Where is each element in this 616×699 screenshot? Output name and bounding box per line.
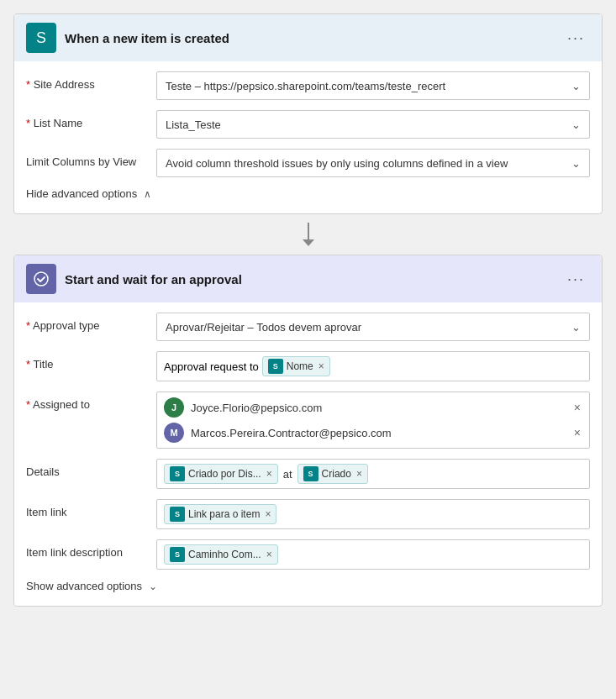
trigger-header-left: S When a new item is created bbox=[26, 23, 229, 53]
connector-arrow-icon bbox=[303, 239, 314, 246]
item-link-desc-token: S Caminho Com... × bbox=[164, 544, 278, 565]
assignee-row-joyce: J Joyce.Florio@pepsico.com × bbox=[164, 397, 582, 418]
limit-columns-arrow-icon: ⌄ bbox=[571, 157, 581, 170]
details-token-remove-1[interactable]: × bbox=[266, 468, 272, 480]
item-link-token-remove[interactable]: × bbox=[265, 508, 271, 520]
approval-checkmark-icon bbox=[33, 271, 50, 287]
item-link-label: Item link bbox=[26, 499, 156, 518]
approval-header-left: Start and wait for an approval bbox=[26, 264, 242, 294]
trigger-card: S When a new item is created ··· * Site … bbox=[13, 13, 603, 214]
assignee-row-marcos: M Marcos.Pereira.Contractor@pepsico.com … bbox=[164, 423, 582, 443]
remove-marcos-button[interactable]: × bbox=[572, 426, 582, 439]
approval-type-label: * Approval type bbox=[26, 313, 156, 332]
avatar-marcos: M bbox=[164, 423, 184, 443]
site-address-dropdown[interactable]: Teste – https://pepsico.sharepoint.com/t… bbox=[156, 71, 590, 100]
item-link-desc-token-icon: S bbox=[170, 547, 185, 562]
item-link-desc-label: Item link description bbox=[26, 539, 156, 559]
item-link-desc-token-field[interactable]: S Caminho Com... × bbox=[156, 539, 590, 570]
limit-columns-dropdown[interactable]: Avoid column threshold issues by only us… bbox=[156, 149, 590, 177]
sharepoint-icon: S bbox=[26, 23, 56, 53]
approval-type-control[interactable]: Aprovar/Rejeitar – Todos devem aprovar ⌄ bbox=[156, 313, 590, 341]
approval-type-dropdown[interactable]: Aprovar/Rejeitar – Todos devem aprovar ⌄ bbox=[156, 313, 590, 341]
limit-columns-label: Limit Columns by View bbox=[26, 149, 156, 168]
list-name-arrow-icon: ⌄ bbox=[571, 118, 581, 131]
approval-title-token: S Nome × bbox=[262, 356, 330, 376]
item-link-row: Item link S Link para o item × bbox=[26, 499, 590, 529]
approval-type-row: * Approval type Aprovar/Rejeitar – Todos… bbox=[26, 313, 590, 341]
show-advanced-toggle[interactable]: Show advanced options ⌄ bbox=[26, 580, 590, 592]
approval-icon bbox=[26, 264, 56, 294]
assigned-to-control[interactable]: J Joyce.Florio@pepsico.com × M Marcos.Pe… bbox=[156, 392, 590, 449]
approval-more-button[interactable]: ··· bbox=[562, 269, 590, 290]
avatar-joyce: J bbox=[164, 397, 184, 418]
details-control[interactable]: S Criado por Dis... × at S Criado × bbox=[156, 459, 590, 489]
approval-title-token-remove[interactable]: × bbox=[319, 360, 324, 372]
trigger-body: * Site Address Teste – https://pepsico.s… bbox=[14, 61, 602, 213]
approval-type-arrow-icon: ⌄ bbox=[571, 321, 581, 334]
item-link-token-field[interactable]: S Link para o item × bbox=[156, 499, 590, 529]
approval-body: * Approval type Aprovar/Rejeitar – Todos… bbox=[14, 302, 602, 606]
details-label: Details bbox=[26, 459, 156, 478]
details-token-icon-2: S bbox=[303, 466, 319, 481]
details-token-icon-1: S bbox=[170, 466, 185, 481]
approval-title-token-field[interactable]: Approval request to S Nome × bbox=[156, 351, 590, 381]
trigger-title: When a new item is created bbox=[65, 31, 229, 45]
details-token-remove-2[interactable]: × bbox=[356, 468, 362, 480]
hide-advanced-chevron-icon: ∧ bbox=[144, 188, 151, 200]
item-link-desc-token-remove[interactable]: × bbox=[266, 549, 272, 560]
approval-title-control[interactable]: Approval request to S Nome × bbox=[156, 351, 590, 381]
details-token-criado: S Criado × bbox=[297, 464, 368, 484]
show-advanced-chevron-icon: ⌄ bbox=[149, 581, 157, 592]
item-link-token-icon: S bbox=[170, 507, 185, 522]
assignee-email-marcos: Marcos.Pereira.Contractor@pepsico.com bbox=[191, 427, 566, 439]
list-name-control[interactable]: Lista_Teste ⌄ bbox=[156, 110, 590, 139]
assignee-email-joyce: Joyce.Florio@pepsico.com bbox=[191, 402, 566, 414]
assigned-to-label: * Assigned to bbox=[26, 392, 156, 411]
hide-advanced-toggle[interactable]: Hide advanced options ∧ bbox=[26, 187, 590, 200]
list-name-row: * List Name Lista_Teste ⌄ bbox=[26, 110, 590, 139]
site-address-arrow-icon: ⌄ bbox=[571, 80, 581, 92]
item-link-token: S Link para o item × bbox=[164, 504, 276, 524]
trigger-header: S When a new item is created ··· bbox=[14, 14, 602, 61]
details-token-criado-por: S Criado por Dis... × bbox=[164, 464, 278, 484]
connector-vertical-line bbox=[308, 223, 309, 239]
connector bbox=[303, 214, 314, 255]
approval-header: Start and wait for an approval ··· bbox=[14, 255, 602, 302]
site-address-label: * Site Address bbox=[26, 71, 156, 91]
site-address-row: * Site Address Teste – https://pepsico.s… bbox=[26, 71, 590, 100]
approval-title-row: * Title Approval request to S Nome × bbox=[26, 351, 590, 381]
item-link-desc-row: Item link description S Caminho Com... × bbox=[26, 539, 590, 570]
assigned-to-row: * Assigned to J Joyce.Florio@pepsico.com… bbox=[26, 392, 590, 449]
approval-card: Start and wait for an approval ··· * App… bbox=[13, 255, 603, 607]
limit-columns-control[interactable]: Avoid column threshold issues by only us… bbox=[156, 149, 590, 177]
details-row: Details S Criado por Dis... × at S Criad… bbox=[26, 459, 590, 489]
site-address-control[interactable]: Teste – https://pepsico.sharepoint.com/t… bbox=[156, 71, 590, 100]
item-link-desc-control[interactable]: S Caminho Com... × bbox=[156, 539, 590, 570]
remove-joyce-button[interactable]: × bbox=[572, 401, 582, 414]
assigned-to-field[interactable]: J Joyce.Florio@pepsico.com × M Marcos.Pe… bbox=[156, 392, 590, 449]
approval-title-token-icon: S bbox=[268, 359, 283, 374]
connector-line bbox=[303, 223, 314, 246]
list-name-dropdown[interactable]: Lista_Teste ⌄ bbox=[156, 110, 590, 139]
details-token-field[interactable]: S Criado por Dis... × at S Criado × bbox=[156, 459, 590, 489]
approval-title: Start and wait for an approval bbox=[65, 272, 242, 286]
item-link-control[interactable]: S Link para o item × bbox=[156, 499, 590, 529]
trigger-more-button[interactable]: ··· bbox=[562, 28, 590, 49]
approval-title-label: * Title bbox=[26, 351, 156, 371]
svg-point-0 bbox=[34, 272, 48, 286]
limit-columns-row: Limit Columns by View Avoid column thres… bbox=[26, 149, 590, 177]
details-at-text: at bbox=[282, 468, 294, 481]
list-name-label: * List Name bbox=[26, 110, 156, 129]
